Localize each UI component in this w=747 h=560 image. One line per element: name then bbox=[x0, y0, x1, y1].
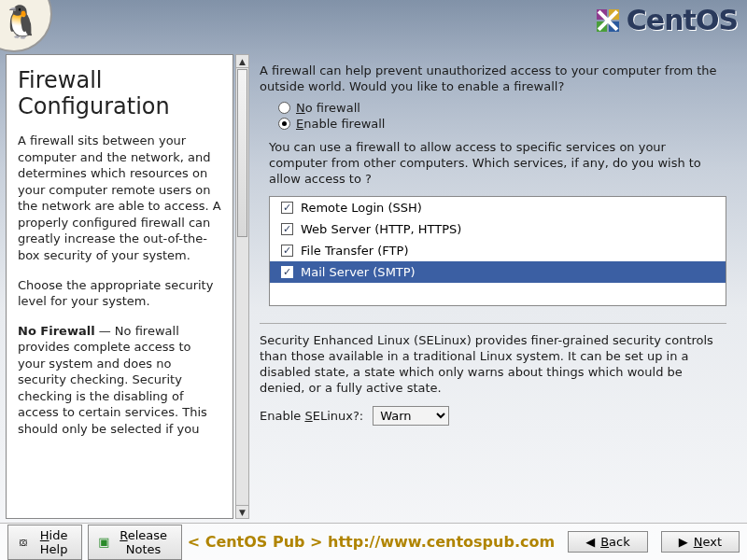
button-label: Next bbox=[694, 535, 722, 549]
help-title: Firewall Configuration bbox=[18, 68, 221, 119]
service-label: File Transfer (FTP) bbox=[301, 244, 408, 258]
help-scrollbar[interactable]: ▲ ▼ bbox=[235, 54, 249, 519]
firewall-radio-group: No firewall Enable firewall bbox=[278, 101, 734, 131]
radio-label: Enable firewall bbox=[296, 117, 386, 131]
checkbox-icon[interactable]: ✓ bbox=[281, 266, 293, 278]
service-label: Mail Server (SMTP) bbox=[301, 265, 416, 279]
release-notes-button[interactable]: ▣ Release Notes bbox=[88, 525, 181, 560]
radio-icon bbox=[278, 118, 290, 130]
service-row[interactable]: ✓Remote Login (SSH) bbox=[270, 197, 726, 218]
arrow-right-icon: ▶ bbox=[679, 536, 688, 548]
firewall-intro: A firewall can help prevent unauthorized… bbox=[260, 63, 734, 95]
radio-enable-firewall[interactable]: Enable firewall bbox=[278, 117, 734, 131]
button-label: Hide Help bbox=[35, 528, 72, 556]
help-paragraph: A firewall sits between your computer an… bbox=[18, 133, 221, 263]
radio-no-firewall[interactable]: No firewall bbox=[278, 101, 734, 115]
notes-icon: ▣ bbox=[98, 536, 109, 548]
service-label: Remote Login (SSH) bbox=[301, 201, 422, 215]
scroll-down-icon[interactable]: ▼ bbox=[236, 505, 248, 518]
help-panel: Firewall Configuration A firewall sits b… bbox=[6, 54, 233, 519]
watermark: < CentOS Pub > http://www.centospub.com bbox=[188, 533, 555, 551]
divider bbox=[260, 323, 726, 324]
selinux-intro: Security Enhanced Linux (SELinux) provid… bbox=[260, 333, 726, 397]
checkbox-icon[interactable]: ✓ bbox=[281, 223, 293, 235]
nav-buttons: ◀ Back ▶ Next bbox=[568, 531, 740, 553]
hide-icon: ⦻ bbox=[18, 536, 30, 548]
selinux-dropdown[interactable]: Warn bbox=[373, 406, 449, 426]
services-listbox[interactable]: ✓Remote Login (SSH)✓Web Server (HTTP, HT… bbox=[269, 196, 726, 306]
button-label: Release Notes bbox=[116, 528, 172, 556]
penguin-icon: 🐧 bbox=[1, 6, 40, 37]
arrow-left-icon: ◀ bbox=[585, 536, 595, 548]
services-intro: You can use a firewall to allow access t… bbox=[269, 140, 726, 188]
help-paragraph: Choose the appropriate security level fo… bbox=[18, 277, 221, 310]
scroll-thumb[interactable] bbox=[237, 69, 247, 237]
centos-logo-icon bbox=[593, 6, 623, 35]
radio-label: No firewall bbox=[296, 101, 360, 115]
tux-badge: 🐧 bbox=[0, 0, 52, 52]
selinux-label: Enable SELinux?: bbox=[260, 409, 363, 423]
checkbox-icon[interactable]: ✓ bbox=[281, 202, 293, 214]
back-button[interactable]: ◀ Back bbox=[568, 531, 648, 553]
service-row[interactable]: ✓Web Server (HTTP, HTTPS) bbox=[270, 218, 726, 240]
footer: ⦻ Hide Help ▣ Release Notes < CentOS Pub… bbox=[0, 523, 747, 560]
main: Firewall Configuration A firewall sits b… bbox=[6, 54, 741, 519]
next-button[interactable]: ▶ Next bbox=[661, 531, 740, 553]
help-text: — No firewall provides complete access t… bbox=[18, 324, 207, 436]
header: CentOS bbox=[593, 0, 747, 36]
checkbox-icon[interactable]: ✓ bbox=[281, 245, 293, 257]
help-body: A firewall sits between your computer an… bbox=[18, 133, 221, 437]
selinux-row: Enable SELinux?: Warn bbox=[260, 406, 734, 426]
help-paragraph: No Firewall — No firewall provides compl… bbox=[18, 323, 221, 438]
hide-help-button[interactable]: ⦻ Hide Help bbox=[7, 525, 82, 560]
service-label: Web Server (HTTP, HTTPS) bbox=[301, 222, 461, 236]
service-row[interactable]: ✓Mail Server (SMTP) bbox=[270, 261, 726, 283]
help-term: No Firewall bbox=[18, 324, 95, 338]
scroll-up-icon[interactable]: ▲ bbox=[236, 55, 248, 68]
brand-text: CentOS bbox=[627, 4, 738, 36]
content-panel: A firewall can help prevent unauthorized… bbox=[239, 54, 741, 519]
radio-icon bbox=[278, 102, 290, 114]
button-label: Back bbox=[600, 535, 630, 549]
service-row[interactable]: ✓File Transfer (FTP) bbox=[270, 240, 726, 261]
